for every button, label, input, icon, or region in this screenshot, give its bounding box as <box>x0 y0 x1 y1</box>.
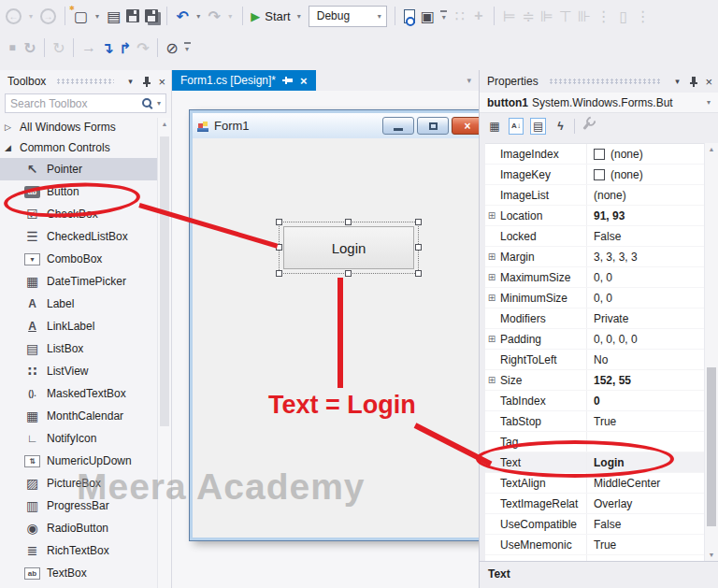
property-value[interactable]: True <box>587 538 704 552</box>
toolbox-menu-icon[interactable]: ▾ <box>124 77 136 86</box>
property-row-righttoleft[interactable]: RightToLeftNo <box>485 350 704 370</box>
property-value[interactable]: (none) <box>587 148 704 161</box>
categorized-icon[interactable]: ▦ <box>487 118 502 135</box>
show-next-statement-icon[interactable]: → <box>81 38 96 57</box>
toolbox-item-label[interactable]: ALabel <box>0 293 157 315</box>
step-over-icon[interactable]: ↱ <box>119 38 132 57</box>
toolbox-scrollbar[interactable]: ▲ <box>157 118 171 588</box>
quick-watch-icon[interactable]: ▣ <box>421 7 435 25</box>
undo-icon[interactable]: ↶ <box>176 7 189 25</box>
toolbox-item-listview[interactable]: ∷ListView <box>0 360 157 382</box>
toolbox-group-common-controls[interactable]: ◢ Common Controls <box>0 137 157 158</box>
forward-icon[interactable]: → <box>40 8 56 24</box>
scroll-up-icon[interactable]: ▲ <box>158 121 171 127</box>
property-row-imageindex[interactable]: ImageIndex(none) <box>485 144 704 165</box>
property-value[interactable]: (none) <box>587 168 704 181</box>
properties-menu-icon[interactable]: ▾ <box>671 77 682 86</box>
property-value[interactable]: No <box>587 353 704 366</box>
alphabetical-icon[interactable]: A↓ <box>509 118 524 135</box>
events-icon[interactable]: ϟ <box>553 118 567 135</box>
expand-icon[interactable]: ⊞ <box>485 334 498 344</box>
form-titlebar[interactable]: Form1 × <box>193 113 479 138</box>
save-icon[interactable] <box>126 9 139 22</box>
find-in-files-icon[interactable] <box>404 9 415 23</box>
property-value[interactable]: 0, 0 <box>587 292 704 305</box>
property-row-location[interactable]: ⊞Location91, 93 <box>485 206 704 226</box>
resize-handle-top-left[interactable] <box>276 219 282 225</box>
property-row-tabindex[interactable]: TabIndex0 <box>485 391 704 411</box>
debug-overflow-icon[interactable]: ▾ <box>183 38 191 57</box>
property-row-padding[interactable]: ⊞Padding0, 0, 0, 0 <box>485 329 704 350</box>
align-rights-icon[interactable]: ⊫ <box>540 7 553 25</box>
tab-close-icon[interactable]: × <box>300 74 308 88</box>
restart-icon[interactable]: ↻ <box>23 38 36 57</box>
resize-handle-bottom-right[interactable] <box>415 270 422 277</box>
align-centers-icon[interactable]: ≑ <box>522 7 535 25</box>
toolbox-item-numericupdown[interactable]: ⇅NumericUpDown <box>0 450 157 472</box>
align-tops-icon[interactable]: ⊤ <box>559 7 572 25</box>
property-row-modifiers[interactable]: ModifiersPrivate <box>485 308 704 329</box>
start-debug-button[interactable]: ▶ Start ▾ <box>251 7 302 25</box>
toolbox-item-linklabel[interactable]: ALinkLabel <box>0 315 157 337</box>
form-client-area[interactable] <box>193 138 479 538</box>
resize-handle-top-center[interactable] <box>345 219 352 225</box>
login-button-control[interactable]: Login <box>283 226 414 269</box>
property-row-minimumsize[interactable]: ⊞MinimumSize0, 0 <box>485 288 704 308</box>
expand-icon[interactable]: ⊞ <box>485 375 498 385</box>
property-row-usecompatible[interactable]: UseCompatibleFalse <box>485 514 704 535</box>
scroll-thumb[interactable] <box>160 136 169 426</box>
save-all-icon[interactable] <box>145 9 158 22</box>
tab-pin-icon[interactable] <box>282 76 294 85</box>
property-row-locked[interactable]: LockedFalse <box>485 226 704 247</box>
property-row-size[interactable]: ⊞Size152, 55 <box>485 370 704 391</box>
scroll-thumb[interactable] <box>707 367 716 526</box>
property-value[interactable]: False <box>587 518 704 531</box>
toolbox-item-combobox[interactable]: ▾ComboBox <box>0 248 157 270</box>
stop-debugging-icon[interactable]: ■ <box>6 38 19 57</box>
toolbox-item-richtextbox[interactable]: ≣RichTextBox <box>0 539 157 562</box>
disable-breakpoints-icon[interactable]: ⊘ <box>165 38 179 57</box>
toolbox-item-picturebox[interactable]: ▨PictureBox <box>0 472 157 495</box>
selected-control-marquee[interactable]: Login <box>279 222 419 274</box>
property-value[interactable]: 0, 0 <box>587 271 704 284</box>
tab-list-dropdown-icon[interactable]: ▾ <box>467 76 471 85</box>
step-into-icon[interactable]: ↴ <box>101 38 114 57</box>
property-value[interactable]: Login <box>587 456 704 469</box>
property-row-margin[interactable]: ⊞Margin3, 3, 3, 3 <box>485 247 704 267</box>
resize-handle-middle-left[interactable] <box>276 244 282 251</box>
toolbox-item-checkedlistbox[interactable]: ☰CheckedListBox <box>0 225 157 248</box>
toolbox-item-checkbox[interactable]: ☑CheckBox <box>0 203 157 225</box>
resize-handle-top-right[interactable] <box>415 219 422 225</box>
solution-configuration-select[interactable]: Debug ▾ <box>309 6 387 27</box>
back-icon[interactable]: ← <box>6 8 22 24</box>
clipped-toolbar-icon[interactable]: ⋮ <box>636 7 651 25</box>
toolbox-item-datetimepicker[interactable]: ▦DateTimePicker <box>0 270 157 293</box>
form-close-button[interactable]: × <box>452 117 479 135</box>
new-project-icon[interactable]: ▢ <box>74 7 88 25</box>
toolbox-close-icon[interactable]: × <box>158 75 165 89</box>
toolbox-item-radiobutton[interactable]: ◉RadioButton <box>0 517 157 539</box>
toolbox-item-monthcalendar[interactable]: ▦MonthCalendar <box>0 405 157 427</box>
selected-object-dropdown[interactable]: button1 System.Windows.Forms.But ▾ <box>480 93 718 113</box>
toolbox-item-textbox[interactable]: abTextBox <box>0 562 157 584</box>
property-value[interactable]: (none) <box>587 189 704 202</box>
expand-icon[interactable]: ⊞ <box>485 293 498 303</box>
property-value[interactable]: True <box>587 415 704 428</box>
align-to-grid-icon[interactable]: + <box>472 7 485 25</box>
properties-view-icon[interactable]: ▤ <box>530 118 546 135</box>
resize-handle-bottom-center[interactable] <box>345 270 352 277</box>
add-new-item-icon[interactable]: ▤ <box>107 7 121 25</box>
search-toolbox-input[interactable]: Search Toolbox ▾ <box>5 93 166 113</box>
align-lefts-icon[interactable]: ⊨ <box>503 7 516 25</box>
back-dropdown-icon[interactable]: ▾ <box>27 7 35 25</box>
properties-pin-icon[interactable] <box>689 76 698 87</box>
expand-icon[interactable]: ⊞ <box>485 251 498 262</box>
expand-icon[interactable]: ⊞ <box>485 272 498 282</box>
snap-lines-icon[interactable]: ∷ <box>453 7 467 25</box>
toolbox-item-button[interactable]: abButton <box>0 180 157 203</box>
property-row-tag[interactable]: Tag <box>485 432 704 452</box>
property-value[interactable]: 0, 0, 0, 0 <box>587 333 704 346</box>
form-maximize-button[interactable] <box>417 117 449 135</box>
resize-handle-bottom-left[interactable] <box>276 270 282 277</box>
redo-icon[interactable]: ↷ <box>208 7 221 25</box>
